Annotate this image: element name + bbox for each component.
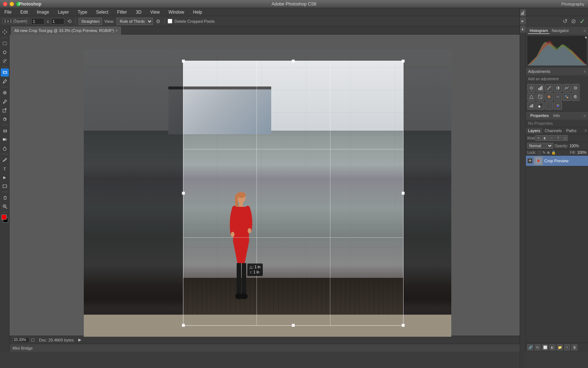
crop-handle-tl[interactable] (182, 60, 185, 63)
adj-exposure[interactable] (554, 84, 562, 92)
menu-window[interactable]: Window (167, 9, 186, 15)
tool-magic-wand[interactable] (1, 57, 9, 65)
tool-zoom[interactable] (1, 202, 9, 210)
tool-eraser[interactable] (1, 127, 9, 135)
crop-handle-bl[interactable] (182, 324, 185, 327)
adj-levels[interactable] (536, 84, 544, 92)
layer-new-icon[interactable]: + (564, 344, 570, 350)
tool-healing[interactable] (1, 89, 9, 97)
menu-help[interactable]: Help (191, 9, 204, 15)
layer-effect-icon[interactable]: fx (535, 344, 541, 350)
lock-position-icon[interactable]: ⊕ (547, 151, 550, 155)
rotate-cancel-icon[interactable]: ↺ (562, 17, 568, 25)
panel-ctrl-histogram[interactable] (520, 10, 526, 16)
tab-layers[interactable]: Layers (526, 127, 542, 134)
histogram-expand-icon[interactable]: ≡ (584, 29, 586, 33)
lock-all-icon[interactable]: 🔒 (551, 151, 556, 155)
tab-paths[interactable]: Paths (564, 127, 579, 134)
crop-handle-ml[interactable] (182, 192, 185, 195)
adjustments-expand-icon[interactable]: ≡ (584, 70, 586, 74)
tab-properties[interactable]: Properties (528, 112, 551, 119)
zoom-input[interactable] (12, 337, 29, 343)
width-input[interactable] (31, 18, 44, 25)
tool-history-brush[interactable] (1, 115, 9, 123)
menu-filter[interactable]: Filter (116, 9, 129, 15)
color-swatch[interactable] (1, 215, 9, 223)
tab-histogram[interactable]: Histogram (528, 28, 549, 34)
fill-value[interactable]: 100% (577, 151, 587, 155)
menu-select[interactable]: Select (94, 9, 110, 15)
adj-threshold[interactable] (536, 102, 544, 110)
commit-crop-icon[interactable]: ✓ (579, 17, 586, 26)
menu-edit[interactable]: Edit (19, 9, 29, 15)
workspace-label[interactable]: Photography (562, 2, 584, 6)
tab-channels[interactable]: Channels (542, 127, 564, 134)
tool-move[interactable] (1, 28, 9, 36)
crop-handle-br[interactable] (402, 324, 405, 327)
tool-dodge[interactable] (1, 144, 9, 152)
panel-ctrl-play[interactable]: ▶ (520, 18, 526, 24)
minimize-button[interactable] (10, 2, 14, 6)
tool-eyedropper[interactable] (1, 77, 9, 85)
crop-handle-mr[interactable] (402, 192, 405, 195)
adj-selectcolor[interactable] (554, 102, 562, 110)
layer-delete-icon[interactable]: 🗑 (571, 344, 577, 350)
properties-expand-icon[interactable]: ≡ (584, 114, 586, 118)
tool-path-selection[interactable] (1, 173, 9, 181)
blend-mode-select[interactable]: Normal Dissolve Multiply Screen (527, 143, 553, 149)
adj-curves[interactable] (545, 84, 553, 92)
doc-tab-close-icon[interactable]: × (115, 29, 118, 33)
cancel-crop-icon[interactable]: ⊘ (570, 17, 577, 25)
layer-link-icon[interactable]: 🔗 (527, 344, 533, 350)
tool-clone[interactable] (1, 106, 9, 114)
filter-icon-4[interactable]: T (555, 135, 561, 141)
adj-bw[interactable] (536, 93, 544, 101)
menu-layer[interactable]: Layer (56, 9, 70, 15)
tool-lasso[interactable] (1, 48, 9, 56)
adj-colorbalance[interactable] (527, 93, 535, 101)
view-select[interactable]: Rule of Thirds Grid Diagonal Triangle Go… (116, 18, 153, 25)
layers-expand-icon[interactable]: ≡ (584, 127, 588, 134)
crop-box[interactable] (183, 61, 404, 326)
tab-navigator[interactable]: Navigator (550, 28, 570, 34)
lock-image-icon[interactable]: ✎ (542, 151, 545, 155)
menu-3d[interactable]: 3D (134, 9, 143, 15)
layer-adj-icon[interactable]: ◐ (549, 344, 555, 350)
tab-info[interactable]: Info (551, 112, 562, 119)
filter-icon-2[interactable]: ◐ (542, 135, 548, 141)
tool-crop[interactable] (1, 68, 9, 77)
zoom-icon-1[interactable]: ▢ (31, 337, 35, 342)
menu-type[interactable]: Type (76, 9, 89, 15)
filter-icon-1[interactable]: ≡ (535, 135, 541, 141)
filter-icon-3[interactable]: ↔ (549, 135, 555, 141)
status-arrow[interactable]: ▶ (78, 337, 81, 342)
close-button[interactable] (3, 2, 7, 6)
crop-handle-tc[interactable] (292, 60, 295, 63)
lock-transparent-icon[interactable]: ⬚ (538, 151, 541, 155)
menu-view[interactable]: View (149, 9, 161, 15)
menu-image[interactable]: Image (35, 9, 50, 15)
tool-hand[interactable] (1, 194, 9, 202)
crop-handle-bc[interactable] (292, 324, 295, 327)
layer-group-icon[interactable]: 📁 (557, 344, 563, 350)
menu-file[interactable]: File (3, 9, 13, 15)
adj-invert[interactable] (571, 93, 580, 101)
adj-brightness[interactable] (527, 84, 535, 92)
tool-gradient[interactable] (1, 135, 9, 144)
height-input[interactable] (51, 18, 64, 25)
adj-vibrance[interactable] (563, 84, 571, 92)
layer-item-crop-preview[interactable]: 👁 Crop Preview (526, 156, 588, 166)
layer-mask-icon[interactable]: ⬜ (542, 344, 548, 350)
adj-posterize[interactable] (527, 102, 535, 110)
tool-brush[interactable] (1, 98, 9, 106)
panel-ctrl-adjustments[interactable]: ◐ (520, 26, 526, 32)
layer-visibility-icon[interactable]: 👁 (527, 158, 533, 163)
adj-photofilt[interactable] (545, 93, 553, 101)
opt-icon-refresh[interactable]: ⟲ (67, 18, 72, 25)
delete-cropped-checkbox[interactable] (168, 19, 172, 24)
tool-type[interactable]: T (1, 164, 9, 173)
adj-channelmixer[interactable] (554, 93, 562, 101)
straighten-button[interactable]: Straighten (79, 18, 102, 25)
adj-colorlookup[interactable] (563, 93, 571, 101)
tool-marquee[interactable] (1, 39, 9, 47)
